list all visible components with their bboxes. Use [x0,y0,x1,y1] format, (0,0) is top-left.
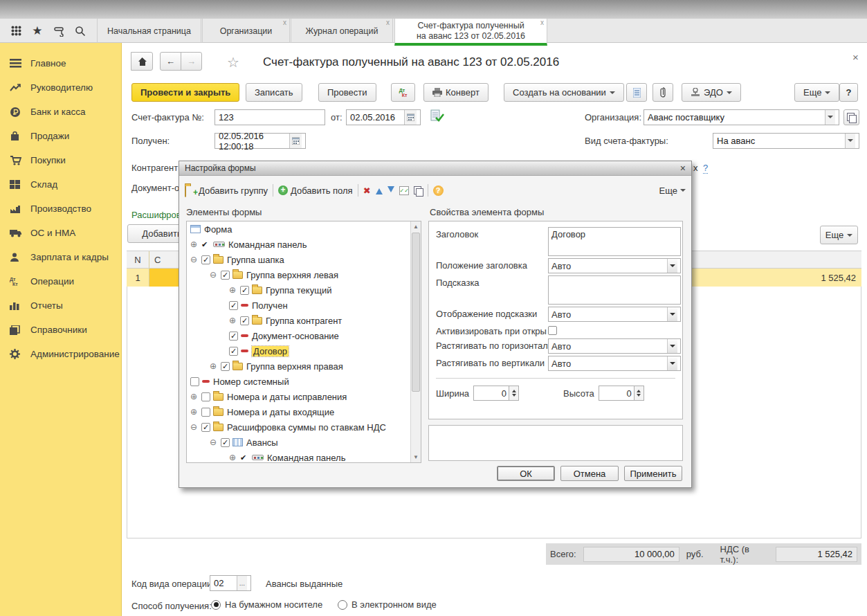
width-stepper[interactable] [509,386,519,401]
received-input[interactable]: 02.05.2016 12:00:18 [215,133,306,149]
report-button[interactable] [626,83,647,102]
sidebar-item-purchases[interactable]: Покупки [0,148,121,172]
height-stepper[interactable] [635,386,644,401]
operation-code-input[interactable]: 02 ... [210,575,251,591]
tree-item[interactable]: Группа верхняя правая [187,359,421,374]
invoice-kind-combo[interactable]: На аванс [713,133,859,149]
collapse-icon[interactable] [210,270,221,280]
expand-icon[interactable] [229,285,240,295]
more-button[interactable]: Еще [794,83,839,102]
checkmark-icon[interactable] [240,453,250,462]
tree-item[interactable]: Командная панель [187,450,421,463]
checkbox[interactable] [221,271,230,280]
tooltip-display-select[interactable]: Авто [548,307,681,322]
checkbox[interactable] [221,362,230,371]
checkbox[interactable] [229,301,238,310]
scroll-thumb[interactable] [412,233,420,392]
tree-item[interactable]: Группа верхняя левая [187,267,421,282]
invoice-no-input[interactable]: 123 [215,109,325,125]
tab-close-icon[interactable]: x [283,19,286,26]
history-icon[interactable] [53,26,64,37]
cancel-button[interactable]: Отмена [560,466,619,481]
dialog-title-bar[interactable]: Настройка формы × [179,161,691,176]
move-down-icon[interactable] [387,186,394,196]
tab-close-icon[interactable]: x [386,19,390,26]
ok-button[interactable]: ОК [497,466,555,481]
tree-item[interactable]: Получен [187,298,421,313]
tree-item[interactable]: Документ-основание [187,328,421,343]
checkbox[interactable] [201,408,210,417]
envelope-print-button[interactable]: Конверт [423,83,489,102]
checkbox[interactable] [221,438,230,447]
sidebar-item-production[interactable]: Производство [0,197,121,221]
tree-item[interactable]: Расшифровка суммы по ставкам НДС [187,419,421,435]
checkbox[interactable] [201,255,210,264]
checkbox[interactable] [229,332,238,341]
expand-icon[interactable] [210,361,221,371]
sidebar-item-payroll[interactable]: Зарплата и кадры [0,245,121,269]
tab-invoice[interactable]: Счет-фактура полученный на аванс 123 от … [394,19,547,46]
checkbox[interactable] [201,423,210,432]
add-group-button[interactable]: Добавить группу [185,185,268,196]
check-all-icon[interactable]: ✓✓ [399,186,409,195]
checkbox[interactable] [190,377,199,386]
uncheck-all-icon[interactable] [414,186,423,195]
sidebar-item-manager[interactable]: Руководителю [0,75,121,100]
checkbox[interactable] [240,316,249,325]
home-button[interactable] [131,52,153,71]
chevron-down-icon[interactable] [825,110,835,125]
tree-item-selected[interactable]: Договор [187,343,421,359]
dialog-more-button[interactable]: Еще [659,185,686,196]
expand-icon[interactable] [229,316,240,325]
tree-item[interactable]: Группа шапка [187,252,421,267]
expand-icon[interactable] [229,453,240,462]
apply-button[interactable]: Применить [624,466,682,481]
help-icon[interactable]: ? [433,185,444,196]
chevron-down-icon[interactable] [845,134,855,148]
collapse-icon[interactable] [210,437,221,447]
expand-icon[interactable] [190,407,201,417]
tree-item[interactable]: Группа контрагент [187,313,421,328]
sidebar-item-administration[interactable]: Администрирование [0,342,121,366]
sidebar-item-sales[interactable]: Продажи [0,124,121,148]
title-input[interactable]: Договор [548,227,681,256]
scroll-down-icon[interactable]: ▼ [411,452,421,462]
sidebar-item-directories[interactable]: Справочники [0,318,121,342]
tree-scrollbar[interactable]: ▲ ▼ [410,221,421,462]
post-and-close-button[interactable]: Провести и закрыть [131,83,239,102]
choose-button[interactable]: ... [237,576,247,590]
tree-item[interactable]: Номера и даты исправления [187,389,421,404]
sidebar-item-main[interactable]: Главное [0,51,121,75]
collapse-icon[interactable] [190,422,201,432]
expand-icon[interactable] [190,392,201,401]
stretch-vertical-select[interactable]: Авто [548,356,681,371]
create-based-on-button[interactable]: Создать на основании [504,83,624,102]
checkmark-icon[interactable] [201,240,211,249]
back-button[interactable]: ← [160,52,181,71]
sidebar-item-reports[interactable]: Отчеты [0,293,121,318]
height-input[interactable]: 0 [599,386,635,401]
search-icon[interactable] [75,26,86,37]
sidebar-item-bank[interactable]: Банк и касса [0,100,121,124]
save-button[interactable]: Записать [246,83,302,102]
width-input[interactable]: 0 [473,386,509,401]
favorites-star-icon[interactable]: ★ [32,24,42,38]
delete-icon[interactable]: ✖ [363,185,371,196]
forward-button[interactable]: → [181,52,202,71]
scroll-up-icon[interactable]: ▲ [411,221,421,232]
radio-electronic[interactable]: В электронном виде [338,599,437,610]
sidebar-item-assets[interactable]: ОС и НМА [0,221,121,245]
tree-item[interactable]: Группа текущий [187,282,421,298]
open-organization-button[interactable] [843,109,859,125]
title-position-select[interactable]: Авто [548,258,681,273]
tree-item[interactable]: Номер системный [187,374,421,389]
calendar-icon[interactable] [289,134,302,148]
move-up-icon[interactable] [376,185,383,194]
organization-combo[interactable]: Аванс поставщику [644,109,839,125]
expand-icon[interactable] [190,239,201,249]
checkbox[interactable] [240,286,249,295]
attachment-button[interactable] [652,83,673,102]
favorite-star-icon[interactable]: ☆ [227,54,239,71]
tooltip-input[interactable] [548,275,681,305]
checkbox[interactable] [201,392,210,401]
